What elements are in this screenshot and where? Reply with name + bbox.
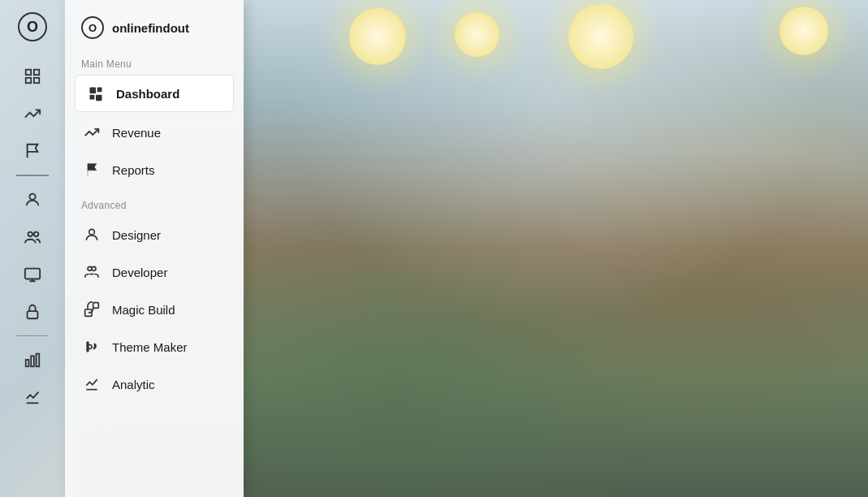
menu-item-revenue[interactable]: Revenue — [65, 114, 244, 151]
svg-rect-11 — [37, 354, 40, 367]
sidebar-icon-user[interactable] — [13, 184, 52, 216]
reports-menu-icon — [81, 159, 102, 180]
lamp-decoration — [779, 6, 828, 55]
sidebar-icon-revenue[interactable] — [13, 97, 52, 130]
sidebar-divider-1 — [16, 175, 49, 176]
svg-point-6 — [34, 231, 39, 236]
svg-point-5 — [28, 231, 33, 236]
menu-item-analytic[interactable]: Analytic — [65, 365, 244, 403]
svg-rect-23 — [87, 342, 89, 352]
sidebar-icon-reports[interactable] — [13, 135, 52, 167]
menu-user-row: O onlinefindout — [65, 16, 244, 55]
svg-rect-10 — [31, 356, 34, 366]
analytic-menu-label: Analytic — [112, 378, 155, 391]
lamp-decoration — [349, 8, 406, 65]
analytic-menu-icon — [81, 374, 102, 395]
lamp-decoration — [568, 4, 633, 69]
dashboard-menu-icon — [85, 83, 106, 104]
reports-menu-label: Reports — [112, 163, 155, 177]
menu-item-magic-build[interactable]: Magic Build — [65, 291, 244, 328]
theme-maker-menu-label: Theme Maker — [112, 340, 188, 354]
sidebar-icon-monitor[interactable] — [13, 258, 52, 291]
sidebar-icon-lock[interactable] — [13, 296, 52, 328]
menu-item-theme-maker[interactable]: Theme Maker — [65, 328, 244, 365]
svg-rect-7 — [25, 268, 40, 279]
svg-rect-13 — [90, 88, 97, 94]
menu-section-main: Main Menu — [65, 58, 244, 70]
svg-rect-3 — [34, 78, 39, 83]
sidebar-logo[interactable]: O — [18, 12, 47, 41]
developer-menu-label: Developer — [112, 266, 167, 279]
menu-item-dashboard[interactable]: Dashboard — [75, 75, 234, 112]
dashboard-menu-label: Dashboard — [116, 87, 179, 101]
svg-point-17 — [89, 229, 95, 235]
menu-item-developer[interactable]: Developer — [65, 253, 244, 291]
svg-rect-1 — [34, 70, 39, 75]
svg-rect-16 — [96, 95, 102, 102]
menu-panel: O onlinefindout Main Menu Dashboard Reve… — [65, 0, 244, 497]
svg-point-19 — [92, 266, 96, 270]
magic-build-menu-icon — [81, 299, 102, 320]
svg-rect-14 — [97, 88, 102, 93]
icon-sidebar: O — [0, 0, 65, 497]
menu-item-designer[interactable]: Designer — [65, 216, 244, 253]
menu-username: onlinefindout — [112, 21, 189, 35]
revenue-menu-label: Revenue — [112, 126, 161, 140]
developer-menu-icon — [81, 261, 102, 283]
magic-build-menu-label: Magic Build — [112, 303, 175, 317]
svg-point-4 — [29, 193, 35, 199]
sidebar-icon-dashboard[interactable] — [13, 60, 52, 93]
svg-rect-9 — [26, 360, 29, 366]
svg-rect-15 — [90, 95, 95, 100]
designer-menu-label: Designer — [112, 228, 161, 242]
sidebar-icon-chart[interactable] — [13, 381, 52, 413]
designer-menu-icon — [81, 224, 102, 245]
svg-rect-0 — [26, 70, 31, 75]
menu-item-reports[interactable]: Reports — [65, 151, 244, 188]
svg-rect-21 — [93, 303, 99, 309]
menu-user-logo: O — [81, 16, 104, 39]
svg-rect-2 — [26, 78, 31, 83]
revenue-menu-icon — [81, 122, 102, 143]
lamp-decoration — [455, 12, 499, 57]
menu-section-advanced: Advanced — [65, 200, 244, 211]
sidebar-icon-users[interactable] — [13, 221, 52, 253]
svg-rect-8 — [28, 311, 38, 318]
theme-maker-menu-icon — [81, 336, 102, 357]
sidebar-divider-2 — [16, 335, 49, 337]
sidebar-icon-barchart[interactable] — [13, 344, 52, 376]
